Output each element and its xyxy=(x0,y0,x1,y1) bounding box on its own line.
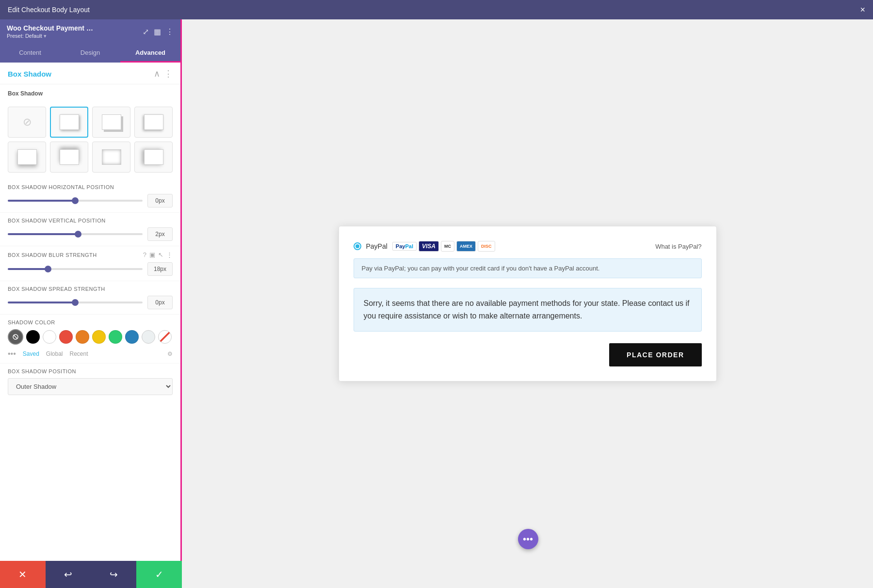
vertical-position-thumb[interactable] xyxy=(75,231,81,238)
title-bar: Edit Checkout Body Layout × xyxy=(0,0,873,19)
title-bar-text: Edit Checkout Body Layout xyxy=(8,6,90,14)
close-button[interactable]: ✕ xyxy=(0,561,46,588)
blur-tablet-icon[interactable]: ▣ xyxy=(149,251,155,258)
vertical-position-slider-row: 2px xyxy=(8,227,173,241)
paypal-radio[interactable] xyxy=(354,242,361,250)
horizontal-position-slider[interactable] xyxy=(8,200,143,202)
vertical-position-label: Box Shadow Vertical Position xyxy=(8,218,173,223)
blur-strength-slider[interactable] xyxy=(8,268,143,270)
payment-method-row: PayPal PayPal VISA MC AMEX DISC What is … xyxy=(354,241,702,252)
shadow-position-label: Box Shadow Position xyxy=(8,368,173,374)
more-options-icon[interactable]: ⋮ xyxy=(166,27,174,36)
blur-strength-value[interactable]: 18px xyxy=(147,262,173,276)
spread-strength-value[interactable]: 0px xyxy=(147,296,173,309)
shadow-option-5[interactable] xyxy=(50,142,88,173)
vertical-position-slider[interactable] xyxy=(8,233,143,235)
color-swatch-eraser[interactable] xyxy=(158,330,172,344)
blur-help-icon[interactable]: ? xyxy=(143,251,146,258)
mastercard-icon: MC xyxy=(441,241,454,252)
shadow-option-6[interactable] xyxy=(92,142,130,173)
color-swatch-orange[interactable] xyxy=(76,330,89,344)
amex-icon: AMEX xyxy=(456,241,476,252)
color-tab-saved[interactable]: Saved xyxy=(23,350,39,357)
section-more-icon[interactable]: ⋮ xyxy=(164,68,173,79)
widget-title: Woo Checkout Payment Se... xyxy=(7,24,94,32)
bottom-toolbar: ✕ ↩ ↪ ✓ xyxy=(0,561,182,588)
shadow-option-none[interactable]: ⊘ xyxy=(8,107,46,138)
shadow-option-1[interactable] xyxy=(50,107,88,138)
shadow-preview-box-6 xyxy=(102,149,121,165)
color-tab-global[interactable]: Global xyxy=(46,350,63,357)
shadow-preview-box-3 xyxy=(144,114,163,130)
shadow-position-control: Box Shadow Position Outer Shadow Inner S… xyxy=(0,364,180,402)
color-swatch-red[interactable] xyxy=(59,330,73,344)
redo-icon: ↪ xyxy=(110,569,118,580)
blur-strength-thumb[interactable] xyxy=(45,266,51,272)
horizontal-position-value[interactable]: 0px xyxy=(147,194,173,207)
spread-strength-slider[interactable] xyxy=(8,302,143,303)
blur-strength-fill xyxy=(8,268,48,270)
color-swatch-active[interactable] xyxy=(8,329,23,345)
color-swatch-blue[interactable] xyxy=(125,330,139,344)
widget-preset: Preset: Default ▾ xyxy=(7,33,94,39)
color-swatch-light[interactable] xyxy=(142,330,155,344)
shadow-preview-box-1 xyxy=(60,114,79,130)
tab-design[interactable]: Design xyxy=(60,44,120,63)
tab-advanced[interactable]: Advanced xyxy=(120,44,180,63)
color-tab-recent[interactable]: Recent xyxy=(70,350,88,357)
color-swatch-yellow[interactable] xyxy=(92,330,106,344)
color-tabs: ••• Saved Global Recent ⚙ xyxy=(8,350,173,358)
blur-strength-slider-row: 18px xyxy=(8,262,173,276)
horizontal-position-label: Box Shadow Horizontal Position xyxy=(8,184,173,190)
save-button[interactable]: ✓ xyxy=(136,561,182,588)
grid-icon[interactable]: ▦ xyxy=(154,27,161,36)
widget-header-icons: ⤢ ▦ ⋮ xyxy=(143,27,174,36)
shadow-color-control: Shadow Color ••• Sav xyxy=(0,315,180,364)
shadow-option-2[interactable] xyxy=(92,107,130,138)
radio-inner xyxy=(356,244,359,248)
payment-card-icons: PayPal VISA MC AMEX DISC xyxy=(392,241,495,252)
blur-more-icon[interactable]: ⋮ xyxy=(166,251,173,258)
section-collapse-icon[interactable]: ∧ xyxy=(154,68,160,79)
color-more-dots[interactable]: ••• xyxy=(8,350,16,358)
left-panel: Woo Checkout Payment Se... Preset: Defau… xyxy=(0,19,182,588)
tab-content[interactable]: Content xyxy=(0,44,60,63)
shadow-preview-grid: ⊘ xyxy=(0,100,180,179)
shadow-option-4[interactable] xyxy=(8,142,46,173)
section-title: Box Shadow xyxy=(8,70,51,78)
visa-card-icon: VISA xyxy=(419,241,439,252)
shadow-preview-box-2 xyxy=(102,114,121,130)
vertical-position-value[interactable]: 2px xyxy=(147,227,173,241)
vertical-position-fill xyxy=(8,233,78,235)
save-icon: ✓ xyxy=(155,569,163,580)
horizontal-position-thumb[interactable] xyxy=(72,197,79,204)
fullscreen-icon[interactable]: ⤢ xyxy=(143,27,149,36)
horizontal-position-slider-row: 0px xyxy=(8,194,173,207)
undo-icon: ↩ xyxy=(64,569,72,580)
shadow-position-select[interactable]: Outer Shadow Inner Shadow xyxy=(8,378,173,395)
fab-button[interactable]: ••• xyxy=(518,529,538,549)
redo-button[interactable]: ↪ xyxy=(91,561,137,588)
place-order-button[interactable]: PLACE ORDER xyxy=(609,343,701,366)
color-swatch-white[interactable] xyxy=(43,330,56,344)
color-swatch-green[interactable] xyxy=(109,330,122,344)
paypal-wordmark: PayPal xyxy=(392,242,417,251)
box-shadow-label: Box Shadow xyxy=(0,84,180,100)
spread-strength-thumb[interactable] xyxy=(72,299,79,306)
shadow-option-3[interactable] xyxy=(134,107,173,138)
what-is-paypal-link[interactable]: What is PayPal? xyxy=(655,243,701,250)
horizontal-position-control: Box Shadow Horizontal Position 0px xyxy=(0,179,180,213)
widget-header-left: Woo Checkout Payment Se... Preset: Defau… xyxy=(7,24,94,39)
undo-button[interactable]: ↩ xyxy=(46,561,91,588)
main-canvas: PayPal PayPal VISA MC AMEX DISC What is … xyxy=(182,19,873,588)
close-icon: ✕ xyxy=(18,569,27,580)
shadow-option-7[interactable] xyxy=(134,142,173,173)
payment-description: Pay via PayPal; you can pay with your cr… xyxy=(354,258,702,278)
color-swatch-black[interactable] xyxy=(26,330,40,344)
blur-strength-icons: ? ▣ ↖ ⋮ xyxy=(143,251,173,258)
blur-cursor-icon[interactable]: ↖ xyxy=(158,251,163,258)
color-settings-icon[interactable]: ⚙ xyxy=(167,350,173,357)
vertical-position-control: Box Shadow Vertical Position 2px xyxy=(0,213,180,246)
title-bar-close-button[interactable]: × xyxy=(860,5,865,14)
color-swatches xyxy=(8,329,173,345)
